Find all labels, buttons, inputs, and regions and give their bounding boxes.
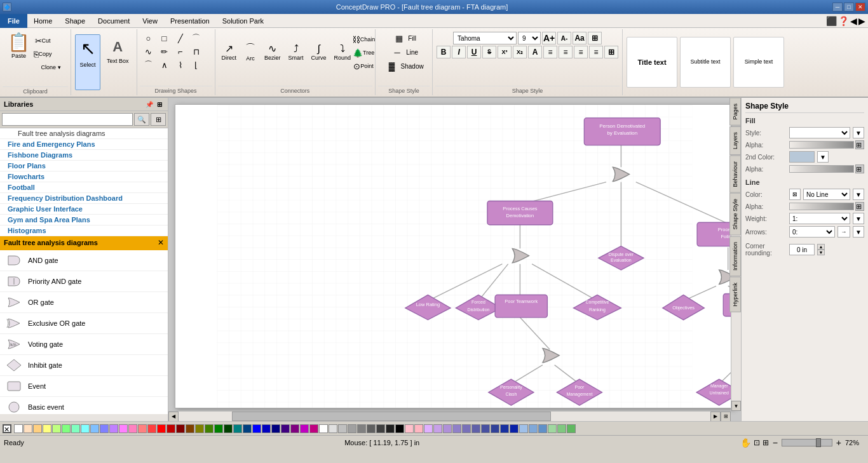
fill-style-dropdown[interactable]: ▼	[853, 127, 864, 138]
arc-button[interactable]: ⌒ Arc	[241, 33, 259, 71]
color-3[interactable]	[43, 424, 51, 433]
color-2[interactable]	[33, 424, 42, 433]
color-mid-gray[interactable]	[357, 424, 366, 433]
pages-tab[interactable]: Pages	[729, 98, 741, 126]
color-maroon[interactable]	[176, 424, 185, 433]
corner-input[interactable]	[789, 244, 815, 255]
draw-rect-button[interactable]: □	[157, 32, 172, 44]
color-24[interactable]	[452, 424, 461, 433]
color-35[interactable]	[557, 424, 566, 433]
color-mauve[interactable]	[424, 424, 433, 433]
color-21[interactable]	[367, 424, 376, 433]
color-light-gray[interactable]	[329, 424, 337, 433]
copy-button[interactable]: ⎘ Copy	[35, 48, 50, 60]
line-alpha-slider[interactable]	[789, 203, 854, 210]
tree-button[interactable]: 🌲 Tree	[356, 46, 371, 59]
direct-button[interactable]: ↗ Direct	[219, 33, 240, 71]
color-4[interactable]	[52, 424, 61, 433]
color-pink[interactable]	[405, 424, 414, 433]
shape-item-voting[interactable]: k/n Voting gate	[0, 334, 168, 355]
draw-line-button[interactable]: ╱	[173, 32, 188, 44]
library-item-gui[interactable]: Graphic User Interface	[0, 204, 168, 215]
canvas-container[interactable]: Person Demotivated by Evaluation Process…	[168, 98, 741, 421]
shadow-button[interactable]: ▓	[384, 60, 400, 72]
v-scroll-down[interactable]: ▼	[731, 401, 741, 411]
clone-button[interactable]: Clone ▾	[35, 61, 67, 74]
color-16[interactable]	[243, 424, 252, 433]
color-30[interactable]	[510, 424, 519, 433]
library-item-flowcharts[interactable]: Flowcharts	[0, 171, 168, 182]
maximize-button[interactable]: □	[844, 3, 854, 11]
color-dark-red[interactable]	[166, 424, 175, 433]
underline-button[interactable]: U	[467, 46, 481, 58]
color-brown[interactable]	[186, 424, 194, 433]
color-22[interactable]	[376, 424, 385, 433]
menu-shape[interactable]: Shape	[58, 14, 92, 28]
h-scroll-thumb[interactable]	[232, 412, 551, 421]
color-purple[interactable]	[290, 424, 299, 433]
view-toggle-button[interactable]: ⊞	[151, 113, 166, 126]
align-left-button[interactable]: ≡	[543, 46, 557, 58]
color-26[interactable]	[471, 424, 480, 433]
layout-toggle-button[interactable]: ⊞	[155, 100, 164, 109]
subtitle-text-button[interactable]: Subtitle text	[680, 37, 731, 88]
zoom-plus-button[interactable]: +	[835, 438, 843, 448]
canvas-expand-button[interactable]: ⊞	[721, 412, 731, 422]
menu-view[interactable]: View	[136, 14, 164, 28]
color-23[interactable]	[386, 424, 395, 433]
line-weight-select[interactable]: 1:	[789, 213, 850, 224]
color-25[interactable]	[462, 424, 471, 433]
color-29[interactable]	[500, 424, 509, 433]
hyperlink-tab[interactable]: Hyperlink	[729, 277, 741, 312]
color-dark-blue[interactable]	[262, 424, 271, 433]
draw-bezier-button[interactable]: ∿	[141, 45, 156, 58]
back-button[interactable]: ◀	[850, 16, 857, 26]
draw-arc-button[interactable]: ⌒	[189, 32, 204, 44]
zoom-100-icon[interactable]: ⊞	[763, 438, 769, 447]
color-6[interactable]	[71, 424, 80, 433]
close-panel-button[interactable]: ✕	[158, 238, 164, 247]
library-item-fishbone[interactable]: Fishbone Diagrams	[0, 150, 168, 161]
behaviour-tab[interactable]: Behaviour	[729, 156, 741, 193]
fill-alpha-slider[interactable]	[789, 141, 854, 149]
zoom-fit-icon[interactable]: ⊡	[754, 438, 760, 447]
color-7[interactable]	[81, 424, 90, 433]
help-button[interactable]: ❓	[838, 16, 849, 26]
minimize-button[interactable]: ─	[832, 3, 843, 11]
round-button[interactable]: ⤵ Round	[332, 33, 354, 71]
subscript-button[interactable]: X₂	[513, 46, 527, 58]
curve-button[interactable]: ∫ Curve	[309, 33, 329, 71]
color-light-pink[interactable]	[414, 424, 423, 433]
color-teal[interactable]	[233, 424, 242, 433]
color-olive[interactable]	[195, 424, 204, 433]
library-search-input[interactable]	[2, 113, 133, 126]
line-weight-dropdown[interactable]: ▼	[853, 213, 864, 224]
color-green[interactable]	[214, 424, 223, 433]
corner-down[interactable]: ▼	[817, 250, 825, 255]
color-19[interactable]	[309, 424, 318, 433]
shape-item-event[interactable]: Event	[0, 376, 168, 397]
color-18[interactable]	[300, 424, 309, 433]
forward-button[interactable]: ▶	[858, 16, 865, 26]
color-1[interactable]	[24, 424, 32, 433]
color-silver[interactable]	[338, 424, 347, 433]
expand-button[interactable]: ⬛	[826, 16, 837, 26]
draw-shape3-button[interactable]: ⌒	[141, 58, 156, 71]
smart-button[interactable]: ⤴ Smart	[286, 33, 306, 71]
library-item-floor[interactable]: Floor Plans	[0, 161, 168, 171]
zoom-slider[interactable]	[782, 439, 832, 446]
color-periwinkle[interactable]	[443, 424, 452, 433]
color-33[interactable]	[538, 424, 547, 433]
font-size-select[interactable]: 9	[518, 32, 541, 44]
align-right-button[interactable]: ≡	[574, 46, 588, 58]
shape-item-priority-and[interactable]: Priority AND gate	[0, 271, 168, 292]
chain-button[interactable]: ⛓ Chain	[356, 33, 371, 46]
paste-button[interactable]: 📋 Paste	[4, 32, 34, 85]
strikethrough-button[interactable]: S̶	[482, 46, 496, 58]
no-color-button[interactable]: ✕	[3, 424, 11, 433]
arrows-dropdown[interactable]: ▼	[853, 226, 864, 238]
color-34[interactable]	[548, 424, 557, 433]
shape-item-basic-event[interactable]: Basic event	[0, 397, 168, 414]
h-scroll-track[interactable]	[179, 412, 710, 421]
information-tab[interactable]: Information	[729, 236, 741, 276]
